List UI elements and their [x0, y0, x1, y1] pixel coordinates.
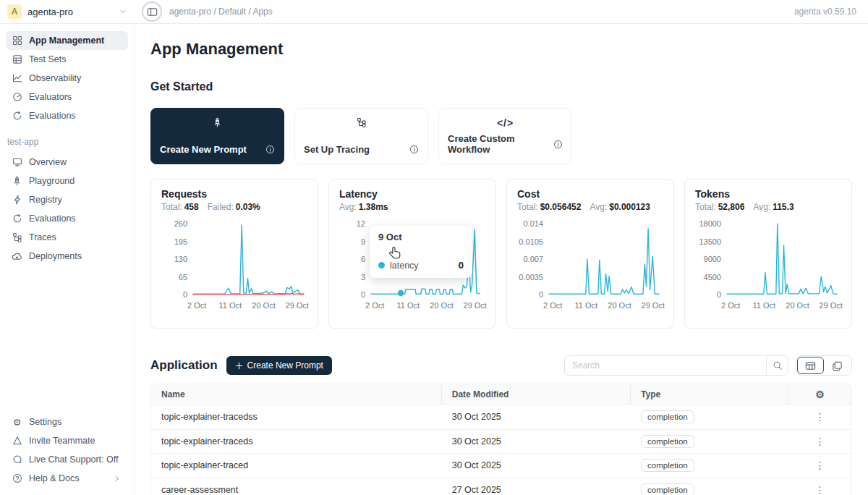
card-view-button[interactable]: [824, 357, 851, 374]
svg-text:29 Oct: 29 Oct: [464, 301, 487, 310]
grid-icon: [12, 35, 22, 46]
workspace-avatar: A: [7, 4, 22, 19]
chart-card-latency: LatencyAvg:1.38ms0369122 Oct11 Oct20 Oct…: [328, 179, 496, 329]
sidebar-item-label: Evaluators: [29, 92, 72, 102]
chart-title: Tokens: [695, 188, 841, 200]
sidebar-item-label: Live Chat Support: Off: [29, 454, 118, 465]
column-header-actions: ⚙: [788, 384, 851, 405]
charts-row: RequestsTotal:458Failed:0.03%06513019526…: [150, 179, 852, 329]
sidebar-item-observability[interactable]: Observability: [6, 69, 128, 88]
svg-text:20 Oct: 20 Oct: [786, 301, 809, 310]
table-row[interactable]: career-assessment27 Oct 2025completion⋮: [151, 478, 851, 495]
sidebar-collapse-button[interactable]: [142, 1, 162, 22]
svg-text:130: 130: [174, 255, 187, 263]
svg-text:0.007: 0.007: [523, 255, 543, 263]
sidebar-item-traces[interactable]: Traces: [6, 228, 128, 247]
sidebar-item-help-docs[interactable]: Help & Docs: [6, 469, 128, 488]
row-menu-kebab-icon[interactable]: ⋮: [814, 460, 825, 471]
cell-name: topic-explainer-traceds: [151, 436, 442, 447]
row-menu-kebab-icon[interactable]: ⋮: [814, 436, 825, 447]
chart-plot: 04500900013500180002 Oct11 Oct20 Oct29 O…: [695, 218, 843, 319]
sidebar-item-invite-teammate[interactable]: Invite Teammate: [6, 431, 128, 450]
sidebar-item-evaluations[interactable]: Evaluations: [6, 106, 128, 125]
svg-text:29 Oct: 29 Oct: [286, 301, 309, 310]
chart-icon: [12, 73, 22, 83]
sidebar: App ManagementTest SetsObservabilityEval…: [0, 24, 135, 495]
sidebar-item-playground[interactable]: Playground: [6, 172, 128, 190]
cell-name: career-assessment: [151, 485, 442, 495]
get-started-card-set-up-tracing[interactable]: Set Up Tracing: [294, 108, 428, 164]
card-bottom-row: Create New Prompt: [160, 144, 275, 155]
cell-actions: ⋮: [788, 460, 851, 471]
refresh-icon: [12, 111, 22, 121]
chart-title: Cost: [517, 188, 663, 200]
chevron-right-icon: [111, 475, 122, 483]
svg-text:11 Oct: 11 Oct: [753, 301, 776, 310]
chevron-down-icon: [119, 7, 127, 16]
card-bottom-row: Set Up Tracing: [304, 144, 419, 155]
tooltip-series-value: 0: [459, 260, 464, 271]
column-header-date-modified[interactable]: Date Modified: [442, 384, 631, 405]
sidebar-item-live-chat-support-off[interactable]: Live Chat Support: Off: [6, 450, 128, 469]
svg-text:20 Oct: 20 Oct: [252, 301, 275, 310]
card-label: Create New Prompt: [160, 144, 247, 155]
row-menu-kebab-icon[interactable]: ⋮: [814, 484, 825, 495]
cell-type: completion: [631, 435, 788, 448]
card-label: Create Custom Workflow: [448, 133, 553, 155]
sidebar-item-evaluations[interactable]: Evaluations: [6, 209, 128, 228]
column-header-type[interactable]: Type: [631, 384, 788, 405]
sidebar-item-settings[interactable]: ⚙Settings: [6, 412, 128, 431]
table-header-row: Name Date Modified Type ⚙: [151, 384, 851, 405]
svg-text:2 Oct: 2 Oct: [187, 301, 206, 310]
sidebar-item-label: Traces: [29, 232, 56, 242]
sidebar-item-deployments[interactable]: Deployments: [6, 247, 128, 266]
info-icon: [553, 140, 563, 149]
chart-title: Requests: [161, 188, 307, 200]
sidebar-item-overview[interactable]: Overview: [6, 153, 128, 172]
svg-text:6: 6: [361, 255, 365, 263]
panel-icon: [147, 7, 158, 17]
sidebar-app-section-label: test-app: [7, 137, 122, 147]
svg-text:2 Oct: 2 Oct: [721, 301, 740, 310]
sidebar-item-registry[interactable]: Registry: [6, 190, 128, 209]
svg-text:11 Oct: 11 Oct: [575, 301, 598, 310]
monitor-icon: [12, 157, 22, 167]
search-box: [564, 355, 788, 376]
svg-text:195: 195: [174, 237, 187, 246]
tree-icon: [12, 232, 22, 242]
sidebar-item-label: Settings: [29, 417, 61, 427]
sidebar-item-app-management[interactable]: App Management: [6, 31, 128, 50]
chart-stat: Total:$0.056452: [517, 202, 581, 212]
get-started-card-create-custom-workflow[interactable]: </>Create Custom Workflow: [438, 108, 572, 164]
svg-text:65: 65: [179, 273, 187, 282]
chart-stats: Total:52,806Avg:115.3: [695, 202, 841, 212]
info-icon: [265, 145, 275, 154]
application-title: Application: [150, 358, 218, 373]
tooltip-date: 9 Oct: [378, 232, 464, 242]
svg-text:9000: 9000: [704, 255, 721, 263]
sidebar-item-test-sets[interactable]: Test Sets: [6, 50, 128, 69]
tooltip-series-row: latency0: [378, 260, 464, 271]
sidebar-item-label: Observability: [29, 73, 81, 83]
create-new-prompt-button[interactable]: Create New Prompt: [226, 356, 332, 375]
table-row[interactable]: topic-explainer-tracedss30 Oct 2025compl…: [151, 405, 851, 430]
plus-icon: [235, 362, 243, 370]
row-menu-kebab-icon[interactable]: ⋮: [814, 411, 825, 423]
column-header-name[interactable]: Name: [151, 384, 442, 405]
workspace-selector[interactable]: A agenta-pro: [0, 0, 135, 23]
type-badge: completion: [641, 483, 694, 495]
search-input[interactable]: [565, 360, 766, 371]
sidebar-main-list: App ManagementTest SetsObservabilityEval…: [6, 31, 128, 125]
table-body: topic-explainer-tracedss30 Oct 2025compl…: [151, 405, 851, 495]
search-button[interactable]: [766, 356, 788, 375]
table-view-button[interactable]: [797, 357, 824, 374]
table-settings-gear-icon[interactable]: ⚙: [815, 389, 825, 400]
svg-text:13500: 13500: [699, 237, 721, 246]
sidebar-item-evaluators[interactable]: Evaluators: [6, 88, 128, 106]
table-view-icon: [805, 360, 816, 371]
chart-stat: Avg:115.3: [753, 202, 793, 212]
table-row[interactable]: topic-explainer-traceds30 Oct 2025comple…: [151, 430, 851, 454]
create-button-label: Create New Prompt: [247, 360, 323, 371]
get-started-card-create-new-prompt[interactable]: Create New Prompt: [150, 108, 284, 164]
table-row[interactable]: topic-explainer-traced30 Oct 2025complet…: [151, 454, 851, 478]
